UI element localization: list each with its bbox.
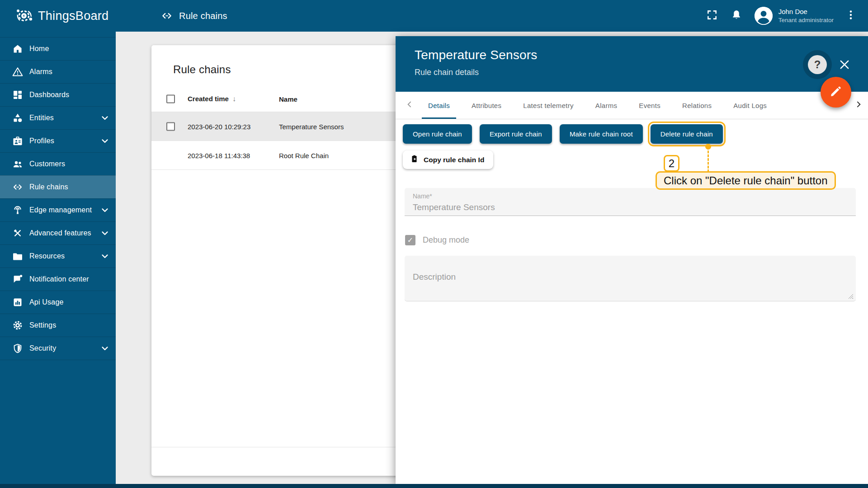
help-button[interactable]: ?	[803, 50, 832, 79]
tab-audit-logs[interactable]: Audit Logs	[722, 92, 778, 119]
resize-handle-icon	[848, 294, 853, 299]
close-panel-button[interactable]	[838, 58, 851, 71]
cell-created-time: 2023-06-20 10:29:23	[188, 122, 250, 130]
thingsboard-app: ThingsBoard HomeAlarmsDashboardsEntities…	[0, 0, 868, 488]
sidebar-item-api-usage[interactable]: Api Usage	[0, 291, 116, 314]
sidebar-item-label: Alarms	[29, 68, 52, 76]
chevron-left-icon	[405, 100, 414, 111]
brand-logo[interactable]: ThingsBoard	[0, 0, 116, 32]
sidebar-item-label: Profiles	[29, 137, 54, 145]
annotation-instruction-label: Click on "Delete rule chain" button	[656, 171, 836, 190]
page-title: Rule chains	[161, 10, 227, 22]
sidebar-item-label: Notification center	[29, 275, 89, 283]
tab-alarms[interactable]: Alarms	[585, 92, 628, 119]
security-icon	[12, 343, 23, 354]
resources-icon	[12, 251, 23, 262]
sidebar-item-advanced-features[interactable]: Advanced features	[0, 221, 116, 244]
pencil-icon	[829, 84, 843, 100]
details-panel-header: Temperature Sensors Rule chain details ?	[396, 36, 868, 92]
column-header-name[interactable]: Name	[279, 95, 297, 103]
advanced-features-icon	[12, 228, 23, 239]
sidebar-item-entities[interactable]: Entities	[0, 106, 116, 129]
tab-details[interactable]: Details	[417, 92, 461, 119]
help-icon: ?	[808, 55, 827, 74]
details-tabs: DetailsAttributesLatest telemetryAlarmsE…	[396, 92, 868, 119]
rule-chains-icon	[12, 182, 23, 192]
sidebar-item-alarms[interactable]: Alarms	[0, 60, 116, 83]
rule-chains-icon	[161, 10, 173, 22]
sidebar-item-security[interactable]: Security	[0, 337, 116, 360]
home-icon	[12, 43, 23, 54]
sidebar-item-rule-chains[interactable]: Rule chains	[0, 175, 116, 198]
sidebar-item-label: Customers	[29, 160, 65, 168]
name-field: Name* Temperature Sensors	[405, 188, 856, 216]
description-field: Description	[405, 256, 856, 301]
bell-icon	[731, 9, 742, 23]
user-menu[interactable]: John Doe Tenant administrator	[755, 7, 834, 25]
brand-name: ThingsBoard	[38, 9, 108, 23]
bottom-strip	[0, 484, 868, 488]
entities-icon	[12, 113, 23, 123]
tab-relations[interactable]: Relations	[671, 92, 722, 119]
sidebar-item-label: Advanced features	[29, 229, 91, 237]
export-rule-chain-button[interactable]: Export rule chain	[480, 124, 552, 144]
chevron-down-icon	[100, 343, 110, 353]
rule-chain-details-panel: Temperature Sensors Rule chain details ?	[396, 36, 868, 484]
column-header-created-time[interactable]: Created time↓	[188, 95, 236, 103]
avatar	[755, 7, 773, 25]
sidebar-nav: HomeAlarmsDashboardsEntitiesProfilesCust…	[0, 37, 116, 360]
sidebar-item-settings[interactable]: Settings	[0, 314, 116, 337]
user-name: John Doe	[778, 7, 834, 16]
alarms-icon	[12, 66, 23, 77]
cell-name: Temperature Sensors	[279, 122, 344, 130]
profiles-icon	[12, 136, 23, 146]
tab-latest-telemetry[interactable]: Latest telemetry	[512, 92, 585, 119]
open-rule-chain-button[interactable]: Open rule chain	[403, 124, 472, 144]
row-checkbox[interactable]	[166, 122, 175, 131]
sidebar-item-notification-center[interactable]: Notification center	[0, 267, 116, 291]
chevron-down-icon	[100, 205, 110, 215]
table-row[interactable]: 2023-06-18 11:43:38Root Rule Chain	[151, 141, 406, 170]
sidebar-item-label: Security	[29, 344, 56, 352]
notifications-button[interactable]	[726, 6, 746, 26]
table-body: 2023-06-20 10:29:23Temperature Sensors20…	[151, 112, 406, 170]
sidebar-item-profiles[interactable]: Profiles	[0, 129, 116, 152]
tab-attributes[interactable]: Attributes	[461, 92, 512, 119]
sidebar-item-home[interactable]: Home	[0, 37, 116, 60]
copy-icon	[410, 154, 419, 165]
annotation-connector-dot	[705, 144, 711, 150]
sidebar-item-label: Rule chains	[29, 183, 68, 191]
tabs-scroll-right-button[interactable]	[851, 92, 866, 119]
user-role: Tenant administrator	[778, 16, 834, 24]
sidebar-item-label: Entities	[29, 114, 54, 122]
chevron-right-icon	[854, 100, 863, 111]
sort-desc-icon: ↓	[232, 95, 236, 103]
sidebar-item-edge-management[interactable]: Edge management	[0, 198, 116, 221]
table-row[interactable]: 2023-06-20 10:29:23Temperature Sensors	[151, 112, 406, 141]
edit-fab-button[interactable]	[821, 77, 851, 108]
table-title: Rule chains	[151, 45, 406, 76]
sidebar-item-resources[interactable]: Resources	[0, 244, 116, 267]
settings-icon	[12, 320, 23, 331]
select-all-checkbox[interactable]	[166, 94, 175, 103]
details-subtitle: Rule chain details	[415, 68, 868, 77]
notification-center-icon	[12, 274, 23, 285]
tab-strip: DetailsAttributesLatest telemetryAlarmsE…	[417, 92, 778, 119]
make-rule-chain-root-button[interactable]: Make rule chain root	[560, 124, 643, 144]
user-info: John Doe Tenant administrator	[778, 7, 834, 24]
name-field-label: Name*	[413, 192, 856, 200]
rule-chain-action-buttons: Open rule chainExport rule chainMake rul…	[403, 124, 723, 144]
delete-rule-chain-button[interactable]: Delete rule chain	[651, 124, 723, 144]
debug-mode-row: ✓ Debug mode	[405, 235, 469, 245]
tabs-scroll-left-button[interactable]	[402, 92, 417, 119]
fullscreen-button[interactable]	[702, 6, 722, 26]
more-menu-button[interactable]	[841, 6, 861, 26]
rule-chains-table-card: Rule chains Created time↓ Name 2023-06-2…	[151, 45, 406, 476]
annotation-connector-line	[708, 147, 709, 172]
thingsboard-logo-icon	[14, 5, 34, 26]
tab-events[interactable]: Events	[628, 92, 671, 119]
sidebar-item-customers[interactable]: Customers	[0, 152, 116, 175]
copy-rule-chain-id-button[interactable]: Copy rule chain Id	[403, 150, 493, 169]
sidebar-item-dashboards[interactable]: Dashboards	[0, 83, 116, 106]
copy-button-label: Copy rule chain Id	[424, 156, 484, 164]
